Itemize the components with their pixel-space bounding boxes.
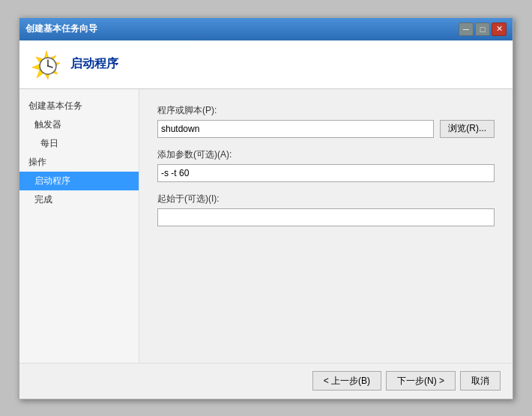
task-icon: [31, 49, 61, 79]
args-row: [157, 164, 495, 182]
window-title: 创建基本任务向导: [25, 22, 97, 35]
browse-button[interactable]: 浏览(R)...: [440, 120, 495, 138]
close-button[interactable]: ✕: [492, 22, 507, 36]
program-input[interactable]: [157, 120, 434, 138]
start-input[interactable]: [157, 208, 495, 226]
sidebar-item-daily[interactable]: 每日: [19, 134, 139, 153]
window-controls: ─ □ ✕: [459, 22, 507, 36]
minimize-button[interactable]: ─: [459, 22, 474, 36]
args-label: 添加参数(可选)(A):: [157, 148, 495, 161]
program-row: 浏览(R)...: [157, 120, 495, 138]
program-label: 程序或脚本(P):: [157, 104, 495, 117]
sidebar: 创建基本任务 触发器 每日 操作 启动程序 完成: [19, 89, 139, 363]
content-area: 创建基本任务 触发器 每日 操作 启动程序 完成 程序或脚本(P): 浏览(R)…: [19, 89, 513, 363]
next-button[interactable]: 下一步(N) >: [386, 371, 456, 391]
main-panel: 程序或脚本(P): 浏览(R)... 添加参数(可选)(A): 起始于(可选)(…: [139, 89, 513, 363]
header-title: 启动程序: [70, 56, 118, 72]
program-field-group: 程序或脚本(P): 浏览(R)...: [157, 104, 495, 138]
sidebar-section-action: 操作: [19, 153, 139, 172]
main-window: 创建基本任务向导 ─ □ ✕ 启动程序 创建基本任务 触发器: [19, 17, 513, 400]
back-button[interactable]: < 上一步(B): [312, 371, 381, 391]
cancel-button[interactable]: 取消: [460, 371, 501, 391]
header: 启动程序: [19, 40, 513, 89]
sidebar-section-create: 创建基本任务: [19, 97, 139, 115]
args-field-group: 添加参数(可选)(A):: [157, 148, 495, 182]
sidebar-item-trigger[interactable]: 触发器: [19, 115, 139, 134]
title-bar: 创建基本任务向导 ─ □ ✕: [19, 18, 513, 40]
sidebar-item-start-program[interactable]: 启动程序: [19, 172, 139, 190]
args-input[interactable]: [157, 164, 495, 182]
start-row: [157, 208, 495, 226]
start-field-group: 起始于(可选)(I):: [157, 193, 495, 226]
sidebar-item-finish[interactable]: 完成: [19, 190, 139, 209]
maximize-button[interactable]: □: [475, 22, 490, 36]
footer: < 上一步(B) 下一步(N) > 取消: [19, 363, 513, 399]
svg-point-4: [47, 65, 49, 67]
start-label: 起始于(可选)(I):: [157, 193, 495, 205]
